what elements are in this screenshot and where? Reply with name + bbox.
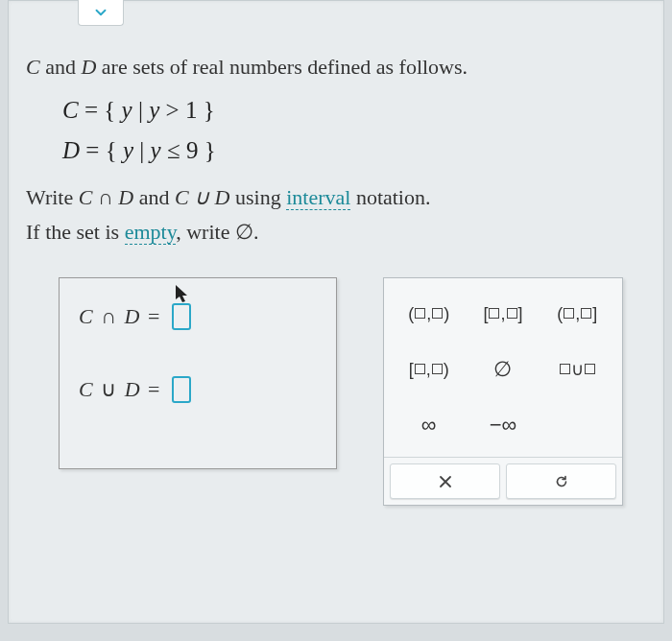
- empty-link[interactable]: empty: [125, 220, 177, 245]
- answer-panels: C ∩ D = C ∪ D = (,) [,] (,] [,) ∅ ∪ ∞: [26, 277, 636, 506]
- chevron-down-icon: [92, 4, 109, 21]
- question-page: C and D are sets of real numbers defined…: [8, 0, 664, 624]
- answer-label-union: C ∪ D =: [79, 377, 162, 402]
- palette-union[interactable]: ∪: [540, 344, 614, 395]
- palette-spacer: [540, 399, 614, 451]
- palette-empty-set[interactable]: ∅: [466, 344, 540, 395]
- palette-neg-infinity[interactable]: −∞: [466, 399, 540, 451]
- set-definitions: C = { y | y > 1 } D = { y | y ≤ 9 }: [62, 97, 636, 164]
- intro-text: C and D are sets of real numbers defined…: [26, 55, 636, 80]
- palette-closed-closed[interactable]: [,]: [466, 288, 540, 340]
- symbol-palette: (,) [,] (,] [,) ∅ ∪ ∞ −∞: [383, 277, 623, 506]
- palette-infinity[interactable]: ∞: [392, 399, 466, 451]
- answer-row-union: C ∪ D =: [79, 376, 317, 403]
- answer-input-intersection[interactable]: [172, 303, 191, 330]
- reset-button[interactable]: [506, 463, 616, 499]
- palette-open-open[interactable]: (,): [392, 288, 466, 340]
- problem-content: C and D are sets of real numbers defined…: [9, 1, 663, 525]
- clear-button[interactable]: [390, 463, 500, 499]
- answer-input-union[interactable]: [172, 376, 191, 403]
- set-C-name: C: [26, 55, 40, 79]
- palette-open-closed[interactable]: (,]: [540, 288, 614, 340]
- answer-row-intersection: C ∩ D =: [79, 303, 317, 330]
- close-icon: [438, 474, 453, 489]
- hint-text: If the set is empty, write ∅.: [26, 220, 636, 245]
- set-D-name: D: [81, 55, 96, 79]
- definition-D: D = { y | y ≤ 9 }: [62, 137, 636, 164]
- task-text: Write C ∩ D and C ∪ D using interval not…: [26, 185, 636, 210]
- answer-label-intersection: C ∩ D =: [79, 304, 162, 329]
- palette-closed-open[interactable]: [,): [392, 344, 466, 395]
- expand-toggle[interactable]: [78, 0, 124, 26]
- definition-C: C = { y | y > 1 }: [62, 97, 636, 124]
- interval-link[interactable]: interval: [286, 185, 350, 210]
- answer-box: C ∩ D = C ∪ D =: [59, 277, 337, 469]
- undo-icon: [554, 474, 569, 489]
